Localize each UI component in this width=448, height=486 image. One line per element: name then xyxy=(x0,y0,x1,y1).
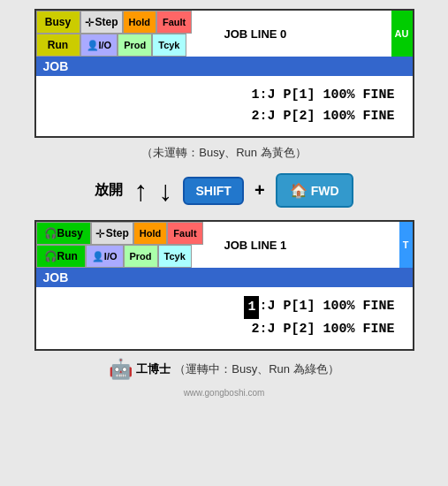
step-icon-2[interactable]: ✛ Step xyxy=(91,222,133,245)
gongboshi-label: 工博士 xyxy=(136,361,171,377)
job-bar-1: JOB xyxy=(36,57,413,76)
fault-button-2[interactable]: Fault xyxy=(167,222,202,245)
auto-badge-1: AU xyxy=(391,11,413,57)
main-container: Busy ✛ Step Hold Fault Run 👤 I/O Prod T xyxy=(0,0,448,486)
robot-icon: 🤖 xyxy=(109,358,133,381)
header-row-bottom-1: Run 👤 I/O Prod Tcyk xyxy=(36,34,217,57)
headphone-icon: 🎧 xyxy=(44,227,57,239)
caption-1: （未運轉：Busy、Run 為黃色） xyxy=(141,145,306,161)
prod-button-2[interactable]: Prod xyxy=(124,245,158,268)
job-line-text-2: JOB LINE 1 xyxy=(224,239,287,252)
header-row-top-1: Busy ✛ Step Hold Fault xyxy=(36,11,217,34)
tcyk-button-2[interactable]: Tcyk xyxy=(158,245,192,268)
tcyk-button-1[interactable]: Tcyk xyxy=(152,34,186,57)
hold-button-1[interactable]: Hold xyxy=(123,11,156,34)
panel-header-2: 🎧 Busy ✛ Step Hold Fault 🎧 Run xyxy=(36,222,413,268)
panel-block-1: Busy ✛ Step Hold Fault Run 👤 I/O Prod T xyxy=(34,9,414,138)
content-line2-2: 2:J P[2] 100% FINE xyxy=(54,319,395,340)
crosshair-icon-2: ✛ xyxy=(95,227,105,240)
release-text: 放開 xyxy=(95,181,123,200)
io-button-2[interactable]: 👤 I/O xyxy=(86,245,124,268)
fwd-label: FWD xyxy=(311,184,339,198)
shift-button[interactable]: SHIFT xyxy=(183,177,243,205)
job-line-display-2: JOB LINE 1 T xyxy=(217,222,413,268)
panel-content-2: 1:J P[1] 100% FINE 2:J P[2] 100% FINE xyxy=(36,287,413,349)
person-icon-1: 👤 xyxy=(87,40,99,51)
hold-button-2[interactable]: Hold xyxy=(133,222,167,245)
content-line1-2: 1:J P[1] 100% FINE xyxy=(54,296,395,319)
caption-row-2: 🤖 工博士 （運轉中：Busy、Run 為綠色） xyxy=(109,358,338,381)
highlight-num: 1 xyxy=(244,296,259,319)
job-line-display-1: JOB LINE 0 AU xyxy=(217,11,413,57)
crosshair-icon-1: ✛ xyxy=(85,16,95,29)
header-left-1: Busy ✛ Step Hold Fault Run 👤 I/O Prod T xyxy=(36,11,217,57)
panel-block-2: 🎧 Busy ✛ Step Hold Fault 🎧 Run xyxy=(34,220,414,351)
content-line2-1: 2:J P[2] 100% FINE xyxy=(54,106,395,127)
header-left-2: 🎧 Busy ✛ Step Hold Fault 🎧 Run xyxy=(36,222,217,268)
step-icon-1[interactable]: ✛ Step xyxy=(80,11,123,34)
caption-2: （運轉中：Busy、Run 為綠色） xyxy=(174,361,338,377)
panel-header-1: Busy ✛ Step Hold Fault Run 👤 I/O Prod T xyxy=(36,11,413,57)
up-arrow[interactable]: ↑ xyxy=(133,177,148,205)
person-icon-2: 👤 xyxy=(92,251,104,262)
fault-button-1[interactable]: Fault xyxy=(156,11,192,34)
down-arrow[interactable]: ↓ xyxy=(158,177,172,205)
job-line-text-1: JOB LINE 0 xyxy=(224,27,287,41)
run-button-2[interactable]: 🎧 Run xyxy=(36,245,86,268)
step-label-1: Step xyxy=(95,16,118,28)
run-button-1[interactable]: Run xyxy=(36,34,80,57)
step-label-2: Step xyxy=(106,227,129,239)
io-button-1[interactable]: 👤 I/O xyxy=(80,34,118,57)
house-icon: 🏠 xyxy=(290,182,308,199)
header-row-bottom-2: 🎧 Run 👤 I/O Prod Tcyk xyxy=(36,245,217,268)
auto-badge-2: T xyxy=(399,222,413,268)
busy-button-2[interactable]: 🎧 Busy xyxy=(36,222,91,245)
prod-button-1[interactable]: Prod xyxy=(118,34,152,57)
plus-sign: + xyxy=(254,180,265,201)
headphone-icon-2: 🎧 xyxy=(44,250,57,262)
content-line1-1: 1:J P[1] 100% FINE xyxy=(54,85,395,106)
watermark: 🤖 工博士 xyxy=(109,358,171,381)
website-url: www.gongboshi.com xyxy=(184,388,265,398)
line1-rest: :J P[1] 100% FINE xyxy=(259,296,394,319)
job-bar-2: JOB xyxy=(36,268,413,287)
controls-row: 放開 ↑ ↓ SHIFT + 🏠 FWD xyxy=(95,173,353,208)
fwd-button[interactable]: 🏠 FWD xyxy=(276,173,353,208)
panel-content-1: 1:J P[1] 100% FINE 2:J P[2] 100% FINE xyxy=(36,76,413,136)
header-row-top-2: 🎧 Busy ✛ Step Hold Fault xyxy=(36,222,217,245)
busy-button-1[interactable]: Busy xyxy=(36,11,80,34)
